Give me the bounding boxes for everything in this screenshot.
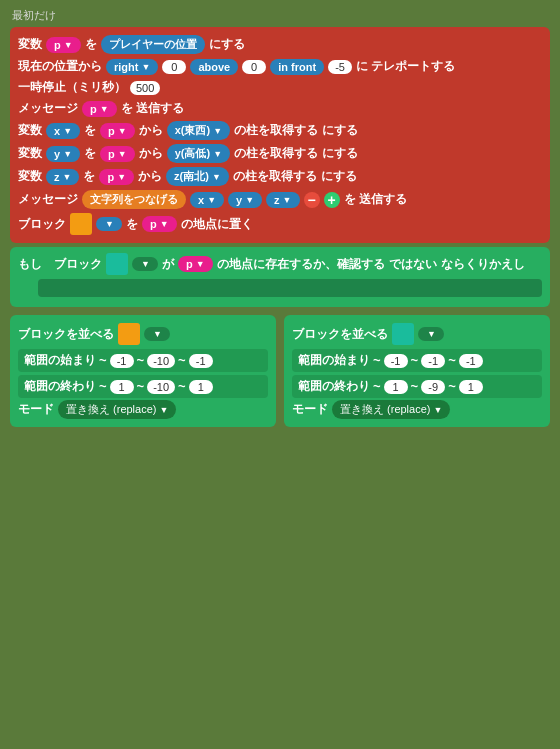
- pill-mode1[interactable]: 置き換え (replace) ▼: [58, 400, 176, 419]
- label-get-z: の柱を取得する: [233, 168, 317, 185]
- pill-p-loop[interactable]: p ▼: [178, 256, 213, 272]
- label-var1: 変数: [18, 36, 42, 53]
- input-pause-val[interactable]: 500: [130, 81, 160, 95]
- pill-arrange1-dropdown[interactable]: ▼: [144, 327, 170, 341]
- label-arrange2: ブロックを並べる: [292, 326, 388, 343]
- pill-y[interactable]: y ▼: [46, 146, 80, 162]
- row-pause: 一時停止（ミリ秒） 500: [18, 79, 542, 96]
- row-var-z: 変数 z ▼ を p ▼ から z(南北) ▼ の柱を取得する にする: [18, 167, 542, 186]
- tilde-1a: ~: [99, 353, 107, 368]
- input-end-x1[interactable]: 1: [110, 380, 134, 394]
- red-section: 変数 p ▼ を プレイヤーの位置 にする 現在の位置から right ▼ 0 …: [10, 27, 550, 243]
- input-start-x1[interactable]: -1: [110, 354, 134, 368]
- dropdown-arrow-zsn: ▼: [212, 172, 221, 182]
- label-not: ではない: [389, 256, 437, 273]
- input-end-y2[interactable]: -9: [421, 380, 445, 394]
- row-range-end-1: 範囲の終わり ~ 1 ~ -10 ~ 1: [18, 375, 268, 398]
- row-arrange-blocks-1: ブロックを並べる ▼: [18, 323, 268, 345]
- dropdown-arrow-p1: ▼: [64, 40, 73, 50]
- label-msg1: メッセージ: [18, 100, 78, 117]
- pill-mode2[interactable]: 置き換え (replace) ▼: [332, 400, 450, 419]
- label-get-y: の柱を取得する: [234, 145, 318, 162]
- pill-x[interactable]: x ▼: [46, 123, 80, 139]
- pill-infront[interactable]: in front: [270, 59, 324, 75]
- label-var-y: 変数: [18, 145, 42, 162]
- label-send1: を 送信する: [121, 100, 184, 117]
- plus-button[interactable]: +: [324, 192, 340, 208]
- label-exists: の地点に存在するか、確認する: [217, 256, 385, 273]
- pill-x-east[interactable]: x(東西) ▼: [167, 121, 230, 140]
- block-icon-teal: [106, 253, 128, 275]
- dropdown-arrow-p5: ▼: [117, 172, 126, 182]
- section-header: 最初だけ: [10, 8, 550, 23]
- pill-z2[interactable]: z ▼: [266, 192, 299, 208]
- pill-z[interactable]: z ▼: [46, 169, 79, 185]
- pill-p3[interactable]: p ▼: [100, 123, 135, 139]
- tilde-2a: ~: [373, 353, 381, 368]
- pill-y-height[interactable]: y(高低) ▼: [167, 144, 230, 163]
- input-end-y1[interactable]: -10: [147, 380, 175, 394]
- dropdown-arrow-mode2: ▼: [433, 405, 442, 415]
- input-start-z2[interactable]: -1: [459, 354, 483, 368]
- dropdown-arrow-p3: ▼: [118, 126, 127, 136]
- row-range-start-1: 範囲の始まり ~ -1 ~ -10 ~ -1: [18, 349, 268, 372]
- input-start-y1[interactable]: -10: [147, 354, 175, 368]
- pill-right[interactable]: right ▼: [106, 59, 158, 75]
- pill-p4[interactable]: p ▼: [100, 146, 135, 162]
- row-teleport: 現在の位置から right ▼ 0 above 0 in front -5 に …: [18, 58, 542, 75]
- input-val2[interactable]: 0: [242, 60, 266, 74]
- label-send2: を 送信する: [344, 191, 407, 208]
- dropdown-arrow-z: ▼: [63, 172, 72, 182]
- input-val3[interactable]: -5: [328, 60, 352, 74]
- tilde-1d: ~: [99, 379, 107, 394]
- dropdown-arrow-xew: ▼: [213, 126, 222, 136]
- dropdown-arrow-p2: ▼: [100, 104, 109, 114]
- dropdown-arrow-block: ▼: [105, 219, 114, 229]
- input-start-y2[interactable]: -1: [421, 354, 445, 368]
- label-teleport: に テレポートする: [356, 58, 455, 75]
- input-end-x2[interactable]: 1: [384, 380, 408, 394]
- input-end-z2[interactable]: 1: [459, 380, 483, 394]
- label-range-start-1: 範囲の始まり: [24, 352, 96, 369]
- label-ni-y: にする: [322, 145, 358, 162]
- row-set-player-pos: 変数 p ▼ を プレイヤーの位置 にする: [18, 35, 542, 54]
- dropdown-arrow-p-loop: ▼: [196, 259, 205, 269]
- pill-p2[interactable]: p ▼: [82, 101, 117, 117]
- input-start-z1[interactable]: -1: [189, 354, 213, 368]
- pill-above[interactable]: above: [190, 59, 238, 75]
- pill-concat[interactable]: 文字列をつなげる: [82, 190, 186, 209]
- label-var-z: 変数: [18, 168, 42, 185]
- row-range-end-2: 範囲の終わり ~ 1 ~ -9 ~ 1: [292, 375, 542, 398]
- pill-block-loop-dropdown[interactable]: ▼: [132, 257, 158, 271]
- pill-x2[interactable]: x ▼: [190, 192, 224, 208]
- pill-y2[interactable]: y ▼: [228, 192, 262, 208]
- pill-p9[interactable]: p ▼: [142, 216, 177, 232]
- label-ga: が: [162, 256, 174, 273]
- tilde-1e: ~: [137, 379, 145, 394]
- tilde-2f: ~: [448, 379, 456, 394]
- input-val1[interactable]: 0: [162, 60, 186, 74]
- tilde-2d: ~: [373, 379, 381, 394]
- pill-z-south[interactable]: z(南北) ▼: [166, 167, 229, 186]
- dropdown-arrow-z2: ▼: [283, 195, 292, 205]
- pill-p5[interactable]: p ▼: [99, 169, 134, 185]
- input-end-z1[interactable]: 1: [189, 380, 213, 394]
- loop-header-row: もし ブロック ▼ が p ▼ の地点に存在するか、確認する ではない ならくり…: [18, 253, 542, 275]
- label-range-end-1: 範囲の終わり: [24, 378, 96, 395]
- label-repeat: ならくりかえし: [441, 256, 525, 273]
- label-from: 現在の位置から: [18, 58, 102, 75]
- dropdown-arrow-x2: ▼: [207, 195, 216, 205]
- row-place-block: ブロック ▼ を p ▼ の地点に置く: [18, 213, 542, 235]
- input-start-x2[interactable]: -1: [384, 354, 408, 368]
- loop-block: もし ブロック ▼ が p ▼ の地点に存在するか、確認する ではない ならくり…: [10, 247, 550, 307]
- dropdown-arrow-mode1: ▼: [159, 405, 168, 415]
- dropdown-arrow-right: ▼: [141, 62, 150, 72]
- label-pause: 一時停止（ミリ秒）: [18, 79, 126, 96]
- pill-arrange2-dropdown[interactable]: ▼: [418, 327, 444, 341]
- label-wo-z: を: [83, 168, 95, 185]
- pill-p1[interactable]: p ▼: [46, 37, 81, 53]
- pill-block-dropdown[interactable]: ▼: [96, 217, 122, 231]
- minus-button[interactable]: −: [304, 192, 320, 208]
- row-send-concat: メッセージ 文字列をつなげる x ▼ y ▼ z ▼ − + を 送信する: [18, 190, 542, 209]
- pill-player-pos[interactable]: プレイヤーの位置: [101, 35, 205, 54]
